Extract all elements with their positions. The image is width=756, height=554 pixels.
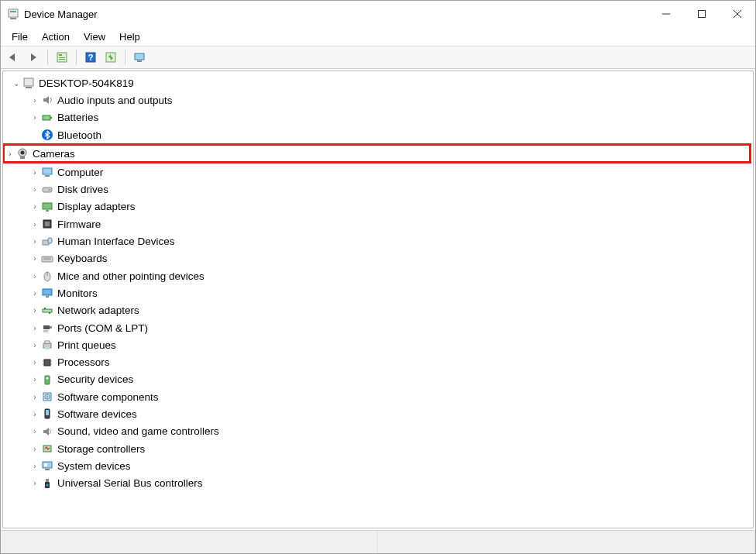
tree-item-label: Disk drives	[56, 184, 108, 195]
tree-item[interactable]: ›Network adapters	[5, 302, 751, 319]
tree-item-label: Cameras	[31, 148, 75, 160]
app-icon	[7, 8, 19, 20]
svg-marker-70	[43, 428, 49, 435]
svg-marker-8	[31, 53, 36, 61]
hid-icon	[40, 236, 54, 248]
expander-icon[interactable]: ›	[29, 410, 40, 418]
expander-icon[interactable]: ›	[29, 96, 40, 105]
expander-icon[interactable]: ›	[29, 306, 40, 315]
svg-rect-35	[46, 210, 49, 212]
svg-rect-75	[46, 479, 49, 482]
tree-item-label: Monitors	[56, 287, 98, 299]
menu-file[interactable]: File	[5, 29, 34, 44]
window-controls	[648, 2, 755, 26]
expander-icon[interactable]: ›	[29, 445, 40, 453]
network-icon	[40, 305, 54, 317]
toolbar-separator	[76, 50, 77, 65]
svg-rect-46	[46, 296, 49, 298]
tree-item[interactable]: ›Computer	[5, 163, 751, 181]
expander-icon[interactable]: ›	[29, 272, 40, 280]
tree-item[interactable]: ›Print queues	[5, 336, 751, 353]
svg-text:?: ?	[88, 53, 94, 62]
tree-item[interactable]: ›Monitors	[5, 284, 751, 301]
monitor-icon	[40, 287, 54, 299]
expander-icon[interactable]: ›	[29, 220, 40, 229]
expander-icon[interactable]: ›	[29, 185, 40, 194]
svg-rect-10	[59, 54, 62, 56]
expander-icon[interactable]: ›	[29, 462, 40, 470]
expander-icon[interactable]: ⌄	[11, 79, 22, 88]
expander-icon[interactable]: ›	[29, 168, 40, 177]
tree-item[interactable]: ›Cameras	[2, 143, 751, 163]
tree-item[interactable]: ›Batteries	[5, 109, 751, 126]
computer-icon	[40, 166, 54, 178]
svg-point-33	[49, 189, 50, 191]
expander-icon[interactable]: ›	[29, 237, 40, 246]
expander-icon[interactable]: ›	[29, 202, 40, 211]
expander-icon[interactable]: ›	[29, 375, 40, 384]
back-button[interactable]	[4, 49, 22, 66]
svg-rect-11	[59, 57, 65, 58]
tree-item[interactable]: ›Audio inputs and outputs	[5, 91, 751, 108]
tree-item[interactable]: ›Security devices	[5, 371, 751, 388]
svg-rect-23	[43, 115, 50, 120]
tree-item-label: Bluetooth	[56, 129, 101, 141]
properties-button[interactable]	[53, 49, 71, 66]
expander-icon[interactable]: ›	[29, 358, 40, 366]
scan-button[interactable]	[130, 49, 149, 66]
device-tree: ⌄ DESKTOP-504K819 ›Audio inputs and outp…	[3, 71, 753, 495]
maximize-button[interactable]	[684, 2, 720, 26]
expander-icon[interactable]: ›	[5, 150, 15, 158]
menu-action[interactable]: Action	[36, 29, 76, 44]
refresh-button[interactable]	[101, 49, 120, 66]
tree-item[interactable]: Bluetooth	[5, 126, 751, 143]
camera-icon	[15, 147, 29, 160]
menu-view[interactable]: View	[77, 29, 112, 44]
tree-item[interactable]: ›Software devices	[5, 405, 751, 422]
tree-item[interactable]: ›Display adapters	[5, 198, 751, 215]
tree-item[interactable]: ›Storage controllers	[5, 440, 751, 457]
expander-icon[interactable]: ›	[29, 341, 40, 349]
expander-icon[interactable]: ›	[29, 427, 40, 435]
tree-item-label: Network adapters	[56, 305, 139, 316]
svg-rect-74	[45, 469, 50, 470]
tree-item-label: Ports (COM & LPT)	[56, 322, 148, 334]
expander-icon[interactable]: ›	[29, 479, 40, 487]
expander-icon[interactable]: ›	[29, 289, 40, 298]
forward-button[interactable]	[24, 49, 43, 66]
toolbar-separator	[47, 50, 48, 65]
help-button[interactable]: ?	[81, 49, 100, 66]
tree-item[interactable]: ›Mice and other pointing devices	[5, 267, 751, 284]
tree-item[interactable]: ›Sound, video and game controllers	[5, 423, 751, 440]
svg-rect-31	[45, 175, 50, 177]
expander-icon[interactable]: ›	[29, 393, 40, 401]
minimize-button[interactable]	[648, 2, 684, 26]
tree-item[interactable]: ›Human Interface Devices	[5, 232, 751, 249]
tree-item[interactable]: ›Disk drives	[5, 181, 751, 198]
titlebar: Device Manager	[1, 1, 755, 27]
tree-root[interactable]: ⌄ DESKTOP-504K819	[5, 74, 751, 91]
svg-rect-1	[10, 11, 16, 12]
expander-icon[interactable]: ›	[29, 254, 40, 263]
tree-item[interactable]: ›Universal Serial Bus controllers	[5, 475, 751, 492]
tree-item[interactable]: ›Firmware	[5, 215, 751, 232]
expander-icon[interactable]: ›	[29, 113, 40, 122]
tree-item[interactable]: ›Keyboards	[5, 250, 751, 267]
device-manager-window: Device Manager File Action View Help	[0, 0, 756, 554]
tree-item[interactable]: ›System devices	[5, 457, 751, 474]
storage-icon	[40, 442, 54, 455]
tree-item-label: Storage controllers	[56, 443, 145, 455]
tree-item[interactable]: ›Ports (COM & LPT)	[5, 319, 751, 336]
svg-rect-58	[44, 360, 50, 366]
swcomp-icon	[40, 391, 54, 403]
menu-help[interactable]: Help	[113, 29, 146, 44]
security-icon	[40, 373, 54, 386]
tree-item[interactable]: ›Software components	[5, 388, 751, 405]
expander-icon[interactable]: ›	[29, 324, 40, 332]
close-button[interactable]	[720, 2, 755, 26]
svg-rect-19	[137, 60, 142, 62]
svg-point-28	[21, 151, 25, 155]
svg-rect-24	[50, 117, 52, 119]
tree-item[interactable]: ›Processors	[5, 353, 751, 370]
keyboard-icon	[40, 253, 54, 265]
